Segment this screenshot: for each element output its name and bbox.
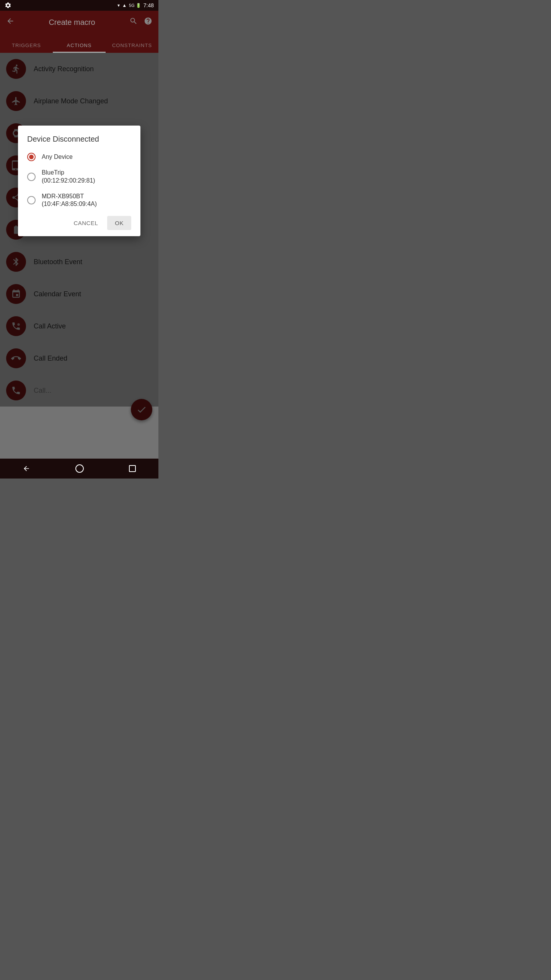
main-content: Activity Recognition Airplane Mode Chang… [0, 53, 158, 459]
radio-mdr-circle [27, 196, 36, 204]
radio-any-device-circle [27, 153, 36, 161]
battery-icon: 5G 🔋 [129, 3, 141, 8]
nav-back-button[interactable] [15, 462, 38, 475]
recents-square-icon [129, 465, 136, 472]
tab-actions[interactable]: ACTIONS [53, 42, 106, 53]
tab-bar: TRIGGERS ACTIONS CONSTRAINTS [0, 34, 158, 53]
nav-home-button[interactable] [68, 461, 91, 476]
nav-recents-button[interactable] [121, 462, 143, 475]
settings-icon [5, 2, 11, 9]
ok-button[interactable]: OK [107, 216, 131, 230]
radio-bluetrip-circle [27, 173, 36, 181]
home-circle-icon [75, 464, 84, 473]
status-bar: ▾ ▲ 5G 🔋 7:48 [0, 0, 158, 11]
status-bar-left [5, 2, 11, 9]
tab-constraints[interactable]: CONSTRAINTS [106, 42, 158, 53]
page-title: Create macro [21, 18, 123, 27]
app-bar: Create macro [0, 11, 158, 34]
help-button[interactable] [144, 17, 152, 28]
tab-triggers[interactable]: TRIGGERS [0, 42, 53, 53]
radio-option-mdr[interactable]: MDR-XB950BT(10:4F:A8:85:09:4A) [27, 193, 131, 209]
device-disconnected-dialog: Device Disconnected Any Device BlueTrip(… [18, 126, 140, 236]
dialog-overlay: Device Disconnected Any Device BlueTrip(… [0, 53, 158, 459]
back-button[interactable] [6, 17, 15, 28]
search-button[interactable] [129, 17, 138, 28]
radio-any-device-label: Any Device [42, 153, 73, 161]
wifi-icon: ▾ [117, 3, 120, 8]
cancel-button[interactable]: CANCEL [67, 216, 104, 230]
radio-bluetrip-label: BlueTrip(00:12:92:00:29:81) [42, 169, 95, 185]
radio-option-any-device[interactable]: Any Device [27, 153, 131, 161]
signal-icon: ▲ [122, 3, 127, 8]
dialog-title: Device Disconnected [27, 135, 131, 144]
nav-bar [0, 459, 158, 479]
radio-option-bluetrip[interactable]: BlueTrip(00:12:92:00:29:81) [27, 169, 131, 185]
time-display: 7:48 [143, 2, 154, 8]
status-bar-right: ▾ ▲ 5G 🔋 7:48 [117, 2, 154, 8]
dialog-actions: CANCEL OK [27, 216, 131, 230]
radio-mdr-label: MDR-XB950BT(10:4F:A8:85:09:4A) [42, 193, 97, 209]
